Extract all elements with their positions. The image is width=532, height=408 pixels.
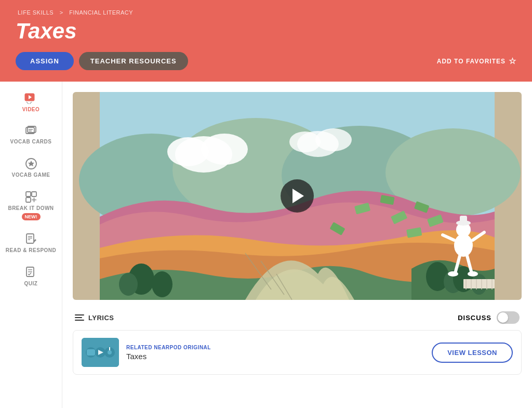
header: LIFE SKILLS > FINANCIAL LITERACY Taxes A… xyxy=(0,0,532,82)
svg-point-65 xyxy=(448,271,458,277)
related-tag: RELATED NEARPOD ORIGINAL xyxy=(126,345,211,350)
svg-point-66 xyxy=(468,271,478,277)
sidebar-label-quiz: QUIZ xyxy=(24,281,38,287)
svg-point-37 xyxy=(152,271,172,297)
header-buttons: ASSIGN TEAcHER RESOURCES xyxy=(16,52,188,70)
svg-rect-43 xyxy=(463,279,495,288)
sidebar-item-video[interactable]: VIDEO xyxy=(0,87,62,117)
svg-line-3 xyxy=(30,102,32,104)
new-badge: NEW! xyxy=(22,213,41,220)
video-thumbnail xyxy=(73,92,522,300)
svg-rect-72 xyxy=(87,349,95,356)
lyrics-line-2 xyxy=(75,317,82,318)
add-to-favorites-button[interactable]: ADD TO FAVORITES ☆ xyxy=(437,56,516,66)
video-icon xyxy=(24,93,38,104)
video-controls-bar: LYRICS DISCUSS xyxy=(73,307,522,328)
sidebar: VIDEO VOCAB CARDS VOCAB GAME xyxy=(0,82,62,408)
sidebar-item-read-respond[interactable]: READ & RESPOND xyxy=(0,227,62,258)
content-area: LYRICS DISCUSS xyxy=(62,82,532,408)
teacher-resources-button[interactable]: TEAcHER RESOURCES xyxy=(79,52,188,70)
svg-point-34 xyxy=(315,128,352,151)
lyrics-label: LYRICS xyxy=(88,314,114,322)
svg-rect-18 xyxy=(26,234,34,243)
related-thumbnail xyxy=(82,338,119,367)
lyrics-button[interactable]: LYRICS xyxy=(75,314,114,322)
breadcrumb: LIFE SKILLS > FINANCIAL LITERACY xyxy=(16,9,516,16)
discuss-label: DISCUSS xyxy=(458,314,491,322)
svg-point-38 xyxy=(119,273,138,296)
sidebar-item-break-it-down[interactable]: BREAK IT DOWN NEW! xyxy=(0,185,62,225)
break-it-down-icon xyxy=(25,191,37,203)
related-info: RELATED NEARPOD ORIGINAL Taxes xyxy=(126,345,211,361)
play-button[interactable] xyxy=(281,179,314,213)
sidebar-item-quiz[interactable]: QUIZ xyxy=(0,260,62,291)
main-layout: VIDEO VOCAB CARDS VOCAB GAME xyxy=(0,82,532,408)
vocab-game-icon xyxy=(25,157,37,170)
breadcrumb-item1: LIFE SKILLS xyxy=(18,9,54,16)
sidebar-label-vocab-cards: VOCAB CARDS xyxy=(10,139,52,145)
svg-point-13 xyxy=(33,199,35,201)
toggle-knob xyxy=(498,312,508,323)
video-container xyxy=(73,92,522,300)
page-title: Taxes xyxy=(16,19,516,44)
related-nearpod-section: RELATED NEARPOD ORIGINAL Taxes VIEW LESS… xyxy=(73,330,522,375)
svg-rect-12 xyxy=(26,198,31,202)
star-icon: ☆ xyxy=(509,56,516,66)
view-lesson-button[interactable]: VIEW LESSON xyxy=(432,343,513,363)
add-to-favorites-label: ADD TO FAVORITES xyxy=(437,58,506,65)
discuss-controls: DISCUSS xyxy=(458,311,520,324)
svg-point-35 xyxy=(289,131,321,152)
sidebar-label-break-it-down: BREAK IT DOWN xyxy=(8,205,54,212)
svg-marker-9 xyxy=(28,161,34,166)
sidebar-item-vocab-game[interactable]: VOCAB GAME xyxy=(0,151,62,182)
vocab-cards-icon xyxy=(25,125,37,137)
svg-rect-11 xyxy=(32,192,36,196)
lyrics-line-3 xyxy=(75,320,84,321)
svg-line-2 xyxy=(26,102,29,104)
play-triangle-icon xyxy=(292,189,304,203)
related-left: RELATED NEARPOD ORIGINAL Taxes xyxy=(82,338,211,367)
sidebar-label-read-respond: READ & RESPOND xyxy=(6,247,57,254)
related-title: Taxes xyxy=(126,352,211,361)
svg-rect-10 xyxy=(26,192,31,196)
lyrics-line-1 xyxy=(75,314,84,315)
read-respond-icon xyxy=(25,233,37,245)
assign-button[interactable]: ASSIGN xyxy=(16,52,74,70)
lyrics-icon xyxy=(75,314,84,321)
sidebar-label-video: VIDEO xyxy=(22,107,40,113)
svg-point-32 xyxy=(167,137,209,166)
svg-rect-60 xyxy=(460,216,467,224)
header-actions: ASSIGN TEAcHER RESOURCES ADD TO FAVORITE… xyxy=(16,52,516,70)
svg-point-57 xyxy=(454,234,473,257)
breadcrumb-separator: > xyxy=(60,9,63,16)
sidebar-item-vocab-cards[interactable]: VOCAB CARDS xyxy=(0,119,62,149)
breadcrumb-item2: FINANCIAL LITERACY xyxy=(69,9,133,16)
quiz-icon xyxy=(25,266,37,279)
discuss-toggle[interactable] xyxy=(497,311,520,324)
svg-point-76 xyxy=(108,350,112,354)
sidebar-label-vocab-game: VOCAB GAME xyxy=(12,172,50,178)
